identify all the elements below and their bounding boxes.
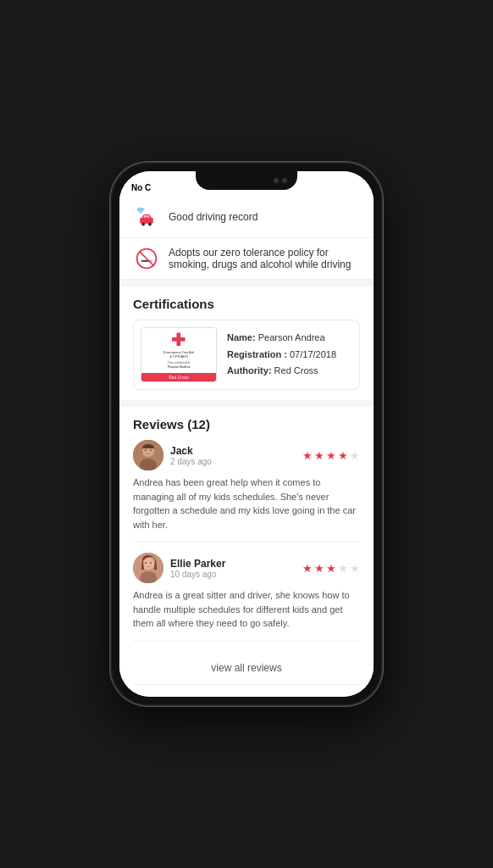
svg-rect-3 xyxy=(147,215,149,218)
stars-ellie: ★ ★ ★ ★ ★ xyxy=(302,562,360,575)
review-header-jack: Jack 2 days ago ★ ★ ★ ★ ★ xyxy=(133,440,360,470)
status-time: No C xyxy=(131,183,151,192)
svg-rect-2 xyxy=(144,215,147,218)
reviewer-name-jack: Jack xyxy=(170,445,212,457)
review-item-ellie: Ellie Parker 10 days ago ★ ★ ★ ★ ★ Andr xyxy=(133,553,360,642)
reviewer-info-ellie: Ellie Parker 10 days ago xyxy=(133,553,225,583)
cert-image: ✚ Emergency First Aid& CPR/AED This cert… xyxy=(141,327,217,382)
notch xyxy=(196,171,297,190)
feature-row-driving: Good driving record xyxy=(119,197,374,238)
avatar-ellie xyxy=(133,553,163,583)
status-bar: No C xyxy=(119,171,374,197)
phone-frame: No C xyxy=(111,163,382,705)
svg-rect-1 xyxy=(140,218,153,224)
cert-name: Name: Pearson Andrea xyxy=(227,330,336,347)
star-1: ★ xyxy=(302,449,313,462)
svg-rect-8 xyxy=(141,260,149,262)
avatar-jack xyxy=(133,440,163,470)
reviewer-time-jack: 2 days ago xyxy=(170,457,212,466)
svg-point-14 xyxy=(150,449,152,451)
svg-point-4 xyxy=(141,223,145,226)
star-3: ★ xyxy=(326,562,336,575)
svg-point-18 xyxy=(145,562,147,564)
section-divider-2 xyxy=(119,400,374,407)
svg-line-7 xyxy=(139,251,154,266)
star-1: ★ xyxy=(302,562,313,575)
svg-point-13 xyxy=(145,449,147,451)
nosmoking-icon xyxy=(133,245,160,272)
cert-img-footer: Red Cross xyxy=(169,375,189,380)
reviewer-info-jack: Jack 2 days ago xyxy=(133,440,212,470)
star-3: ★ xyxy=(326,449,336,462)
section-divider-1 xyxy=(119,280,374,287)
phone-screen: No C xyxy=(119,171,374,697)
view-all-reviews[interactable]: view all reviews xyxy=(133,652,360,685)
svg-point-5 xyxy=(148,223,152,226)
review-header-ellie: Ellie Parker 10 days ago ★ ★ ★ ★ ★ xyxy=(133,553,360,583)
certification-card: ✚ Emergency First Aid& CPR/AED This cert… xyxy=(133,320,360,390)
notch-camera xyxy=(274,178,279,183)
certifications-title: Certifications xyxy=(133,297,360,311)
driving-record-text: Good driving record xyxy=(169,211,258,223)
feature-row-nosmoking: Adopts our zero tolerance policy for smo… xyxy=(119,238,374,280)
star-4: ★ xyxy=(338,449,348,462)
reviewer-time-ellie: 10 days ago xyxy=(170,570,225,579)
review-item: Jack 2 days ago ★ ★ ★ ★ ★ Andrea has be xyxy=(133,440,360,542)
notch-speaker xyxy=(282,178,287,183)
star-2: ★ xyxy=(314,562,324,575)
svg-point-0 xyxy=(140,212,141,214)
star-5: ★ xyxy=(350,449,360,462)
svg-rect-9 xyxy=(150,260,152,262)
review-text-jack: Andrea has been great help when it comes… xyxy=(133,476,360,531)
stars-jack: ★ ★ ★ ★ ★ xyxy=(302,449,360,462)
cert-details: Name: Pearson Andrea Registration : 07/1… xyxy=(227,330,336,380)
reviews-section: Reviews (12) xyxy=(119,407,374,695)
review-text-ellie: Andrea is a great sitter and driver, she… xyxy=(133,588,360,631)
cert-registration: Registration : 07/17/2018 xyxy=(227,347,336,364)
reviews-title: Reviews (12) xyxy=(133,417,360,431)
wifi-car-icon xyxy=(133,203,160,231)
certifications-section: Certifications ✚ Emergency First Aid& CP… xyxy=(119,287,374,400)
star-2: ★ xyxy=(314,449,324,462)
svg-point-19 xyxy=(150,562,152,564)
nosmoking-text: Adopts our zero tolerance policy for smo… xyxy=(169,247,360,270)
content-area[interactable]: Good driving record Adopts our zero tole… xyxy=(119,197,374,697)
reviewer-name-ellie: Ellie Parker xyxy=(170,558,225,570)
star-5: ★ xyxy=(350,562,360,575)
cert-authority: Authority: Red Cross xyxy=(227,363,336,380)
star-4: ★ xyxy=(338,562,348,575)
